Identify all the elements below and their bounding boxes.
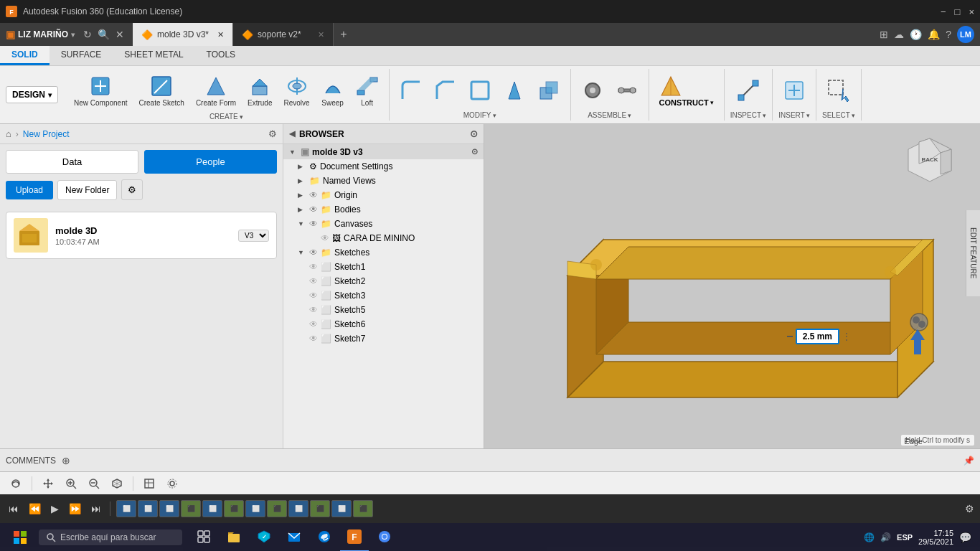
dimension-input[interactable]: 2.5 mm	[796, 329, 839, 344]
tree-item-sketch3[interactable]: 👁 ⬜ Sketch3	[283, 288, 484, 303]
timeline-settings-icon[interactable]: ⚙	[965, 503, 974, 514]
minimize-btn[interactable]: −	[941, 6, 946, 17]
sketch1-eye-icon[interactable]: 👁	[309, 262, 318, 272]
measure-btn[interactable]	[732, 76, 764, 105]
nav-cube[interactable]: BACK	[901, 131, 958, 191]
orbit-btn[interactable]	[6, 476, 26, 491]
zoom-fit-btn[interactable]	[61, 476, 81, 491]
comments-pin-btn[interactable]: 📌	[963, 456, 974, 466]
tab-close-molde[interactable]: ✕	[217, 30, 224, 39]
taskbar-start-btn[interactable]	[3, 523, 37, 551]
loft-btn[interactable]: Loft	[352, 72, 383, 110]
create-sketch-btn[interactable]: Create Sketch	[135, 72, 189, 110]
timeline-item-3[interactable]: ⬜	[159, 500, 179, 517]
taskbar-task-view[interactable]	[189, 523, 218, 551]
taskbar-edge[interactable]	[310, 523, 339, 551]
timeline-item-8[interactable]: ⬛	[267, 500, 287, 517]
taskbar-network-icon[interactable]: 🌐	[864, 532, 875, 542]
tree-item-doc-settings[interactable]: ▶ ⚙ Document Settings	[283, 159, 484, 174]
timeline-prev-btn[interactable]: ⏪	[26, 501, 44, 516]
viewport[interactable]: ◀ BROWSER ⊙ ▼ ▣ molde 3D v3 ⊙ ▶ ⚙ Docume…	[283, 124, 980, 448]
timeline-item-2[interactable]: ⬜	[138, 500, 158, 517]
panel-settings-btn[interactable]: ⚙	[121, 179, 143, 200]
extrude-btn[interactable]: Extrude	[243, 72, 276, 110]
close-workspace-icon[interactable]: ✕	[116, 29, 124, 40]
browser-pin-icon[interactable]: ⊙	[470, 128, 478, 139]
ribbon-tab-tools[interactable]: TOOLS	[195, 46, 247, 65]
ribbon-tab-sheet-metal[interactable]: SHEET METAL	[113, 46, 194, 65]
new-folder-btn[interactable]: New Folder	[57, 180, 117, 200]
tab-close-soporte[interactable]: ✕	[318, 30, 324, 39]
grid-icon[interactable]: ⊞	[880, 29, 888, 40]
browser-collapse-icon[interactable]: ◀	[289, 129, 295, 138]
breadcrumb-settings-icon[interactable]: ⚙	[268, 128, 277, 139]
sketch3-eye-icon[interactable]: 👁	[309, 291, 318, 301]
assemble-label[interactable]: ASSEMBLE	[588, 111, 631, 121]
timeline-item-7[interactable]: ⬜	[245, 500, 265, 517]
language-badge[interactable]: ESP	[897, 533, 913, 542]
breadcrumb-project[interactable]: New Project	[23, 129, 70, 139]
timeline-item-6[interactable]: ⬛	[224, 500, 244, 517]
tab-molde[interactable]: 🔶 molde 3D v3* ✕	[133, 23, 233, 46]
timeline-item-11[interactable]: ⬜	[331, 500, 352, 517]
grid-btn[interactable]	[139, 476, 159, 491]
tree-item-cara[interactable]: 👁 🖼 CARA DE MININO	[283, 231, 484, 245]
clock-icon[interactable]: 🕐	[910, 29, 922, 40]
taskbar-chrome[interactable]	[370, 523, 399, 551]
taskbar-fusion[interactable]: F	[340, 523, 369, 551]
notification-btn[interactable]: 💬	[959, 532, 971, 543]
refresh-icon[interactable]: ↻	[83, 29, 92, 40]
modify-label[interactable]: MODIFY	[463, 111, 496, 121]
close-btn[interactable]: ×	[969, 6, 974, 17]
user-badge[interactable]: ▣ LIZ MARIÑO ▾	[6, 29, 75, 40]
sketch6-eye-icon[interactable]: 👁	[309, 319, 318, 329]
cara-eye-icon[interactable]: 👁	[321, 233, 329, 243]
timeline-end-btn[interactable]: ⏭	[88, 501, 104, 516]
bodies-eye-icon[interactable]: 👁	[309, 204, 318, 215]
origin-eye-icon[interactable]: 👁	[309, 190, 318, 200]
tab-soporte[interactable]: 🔶 soporte v2* ✕	[233, 23, 334, 46]
select-btn[interactable]	[823, 76, 854, 105]
timeline-start-btn[interactable]: ⏮	[6, 501, 22, 516]
bell-icon[interactable]: 🔔	[928, 29, 940, 40]
display-settings-btn[interactable]	[162, 476, 182, 491]
timeline-play-btn[interactable]: ▶	[48, 501, 62, 516]
tree-root-gear-icon[interactable]: ⊙	[471, 147, 478, 156]
taskbar-mail[interactable]	[280, 523, 308, 551]
help-icon[interactable]: ?	[946, 29, 951, 40]
tree-root[interactable]: ▼ ▣ molde 3D v3 ⊙	[283, 144, 484, 159]
user-avatar[interactable]: LM	[957, 26, 974, 43]
sketches-eye-icon[interactable]: 👁	[309, 248, 318, 258]
create-form-btn[interactable]: Create Form	[192, 72, 240, 110]
dimension-options-icon[interactable]: ⋮	[842, 331, 851, 342]
upload-btn[interactable]: Upload	[6, 181, 53, 199]
timeline-item-10[interactable]: ⬛	[310, 500, 330, 517]
ribbon-tab-surface[interactable]: SURFACE	[50, 46, 113, 65]
create-label[interactable]: CREATE	[209, 113, 243, 122]
file-version-select[interactable]: V3 V2 V1	[238, 230, 269, 242]
file-card-molde[interactable]: molde 3D 10:03:47 AM V3 V2 V1	[6, 212, 277, 259]
timeline-item-12[interactable]: ⬛	[353, 500, 373, 517]
tree-item-sketch2[interactable]: 👁 ⬜ Sketch2	[283, 274, 484, 288]
fillet-btn[interactable]	[395, 76, 427, 105]
sweep-btn[interactable]: Sweep	[317, 72, 349, 110]
shell-btn[interactable]	[464, 76, 496, 105]
design-dropdown[interactable]: DESIGN	[6, 86, 58, 103]
scale-btn[interactable]	[533, 76, 565, 105]
tab-add-btn[interactable]: +	[334, 23, 354, 46]
tree-item-sketches[interactable]: ▼ 👁 📁 Sketches	[283, 245, 484, 260]
ribbon-tab-solid[interactable]: SOLID	[0, 46, 50, 65]
taskbar-file-explorer[interactable]	[220, 523, 248, 551]
tree-item-sketch6[interactable]: 👁 ⬜ Sketch6	[283, 317, 484, 331]
people-btn[interactable]: People	[144, 150, 277, 174]
view-cube-btn[interactable]	[107, 476, 127, 491]
select-label[interactable]: SELECT	[822, 111, 855, 121]
new-component-btn[interactable]: New Component	[70, 72, 131, 110]
timeline-item-1[interactable]: ⬜	[116, 500, 136, 517]
sketch2-eye-icon[interactable]: 👁	[309, 276, 318, 286]
insert-btn[interactable]	[778, 76, 810, 105]
timeline-next-btn[interactable]: ⏩	[66, 501, 84, 516]
sketch7-eye-icon[interactable]: 👁	[309, 334, 318, 344]
tree-item-bodies[interactable]: ▶ 👁 📁 Bodies	[283, 202, 484, 217]
joint-btn[interactable]	[577, 76, 608, 105]
